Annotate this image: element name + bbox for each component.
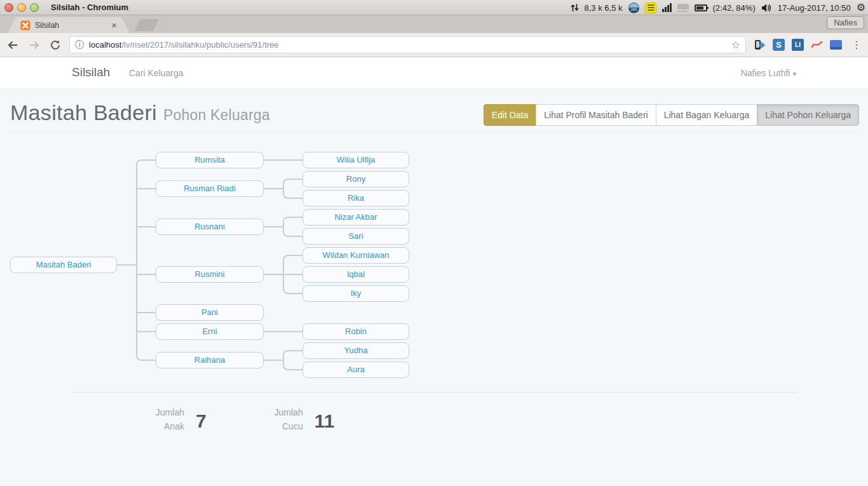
tree-node-yudha[interactable]: Yudha [302, 342, 409, 359]
tree-node-pani[interactable]: Pani [156, 304, 264, 321]
mail-icon[interactable] [677, 4, 689, 12]
user-menu[interactable]: Nafies Luthfi▾ [741, 68, 796, 78]
keyboard-indicator-icon[interactable] [645, 3, 656, 13]
stat-value: 7 [196, 407, 207, 432]
tree-node-iqbal[interactable]: Iqbal [302, 266, 409, 283]
page-info-icon[interactable]: ⓘ [75, 39, 84, 51]
web-page: Silsilah Cari Keluarga Nafies Luthfi▾ Ma… [0, 57, 868, 486]
extensions-row: S LI ⋮ [754, 39, 868, 51]
tree-node-raihana[interactable]: Raihana [156, 352, 264, 368]
site-navbar: Silsilah Cari Keluarga Nafies Luthfi▾ [0, 57, 868, 89]
window-controls [4, 3, 39, 12]
tab-strip: Silsilah × [0, 15, 868, 33]
battery-icon[interactable] [695, 4, 707, 11]
brand-link[interactable]: Silsilah [72, 65, 110, 79]
tree-node-rumsita[interactable]: Rumsita [156, 152, 264, 168]
stats-divider [72, 392, 796, 393]
window-minimize-button[interactable] [17, 3, 26, 12]
page-title: Masitah BaderiPohon Keluarga [10, 100, 270, 125]
window-close-button[interactable] [4, 3, 13, 12]
tree-node-sari[interactable]: Sari [302, 228, 409, 245]
forward-button[interactable] [25, 36, 43, 54]
laravel-extension-icon[interactable] [811, 39, 823, 51]
chevron-down-icon: ▾ [792, 70, 796, 78]
network-arrows-icon[interactable] [571, 3, 579, 12]
stat-value: 11 [315, 407, 335, 432]
tree-node-rusmini[interactable]: Rusmini [156, 266, 264, 283]
new-tab-button[interactable] [135, 19, 159, 31]
address-bar[interactable]: ⓘ localhost/lv/riset/2017/silsilahku/pub… [69, 36, 746, 53]
monitor-indicator-icon[interactable]: 289 [628, 3, 639, 13]
button-lihat-pohon-keluarga[interactable]: Lihat Pohon Keluarga [757, 104, 859, 126]
tree-node-masitah-baderi[interactable]: Masitah Baderi [10, 257, 117, 273]
network-speed-label: 8,3 k 6,5 k [585, 3, 623, 13]
xampp-favicon-icon [20, 20, 31, 30]
button-edit-data[interactable]: Edit Data [484, 104, 537, 126]
system-tray: 8,3 k 6,5 k 289 (2:42, 84%) 17-Aug-2017,… [571, 0, 865, 15]
tab-close-icon[interactable]: × [111, 20, 117, 30]
clock-label: 17-Aug-2017, 10:50 [778, 3, 851, 13]
phone-share-extension-icon[interactable] [754, 39, 766, 51]
tree-node-nizar-akbar[interactable]: Nizar Akbar [302, 209, 409, 226]
stat-jumlah-cucu: JumlahCucu11 [233, 405, 335, 433]
screen: Silsilah - Chromium 8,3 k 6,5 k 289 (2:4… [0, 0, 868, 486]
signal-strength-icon[interactable] [662, 3, 672, 12]
gear-icon[interactable]: ⚙ [857, 1, 865, 15]
window-title: Silsilah - Chromium [51, 0, 128, 15]
browser-menu-icon[interactable]: ⋮ [851, 39, 862, 51]
window-maximize-button[interactable] [30, 3, 39, 12]
tree-node-erni[interactable]: Erni [156, 323, 264, 340]
button-lihat-bagan-keluarga[interactable]: Lihat Bagan Keluarga [656, 104, 758, 126]
tree-node-iky[interactable]: Iky [302, 285, 409, 302]
tree-node-rika[interactable]: Rika [302, 190, 409, 206]
desktop-user-badge: Nafies [827, 17, 864, 29]
tree-node-rusman-riadi[interactable]: Rusman Riadi [156, 180, 264, 197]
stat-label: JumlahAnak [114, 405, 184, 433]
stat-jumlah-anak: JumlahAnak7 [114, 405, 207, 433]
page-header-divider [10, 132, 858, 132]
battery-label: (2:42, 84%) [713, 3, 756, 13]
browser-tab-silsilah[interactable]: Silsilah × [8, 17, 130, 33]
action-button-group: Edit DataLihat Profil Masitah BaderiLiha… [484, 104, 859, 126]
reload-button[interactable] [46, 36, 64, 54]
bookmark-star-icon[interactable]: ☆ [731, 39, 740, 51]
stats: JumlahAnak7JumlahCucu11 [114, 405, 334, 433]
button-lihat-profil-masitah-baderi[interactable]: Lihat Profil Masitah Baderi [536, 104, 656, 126]
tab-title: Silsilah [35, 21, 111, 30]
nav-links: Cari Keluarga [129, 68, 184, 78]
page-subtitle: Pohon Keluarga [163, 107, 270, 123]
browser-toolbar: ⓘ localhost/lv/riset/2017/silsilahku/pub… [0, 33, 868, 57]
tree-node-rony[interactable]: Rony [302, 171, 409, 187]
li-extension-icon[interactable]: LI [792, 39, 804, 51]
tree-node-wilia-ulfija[interactable]: Wilia Ulfija [302, 152, 409, 168]
back-button[interactable] [4, 36, 22, 54]
tree-node-rusnani[interactable]: Rusnani [156, 219, 264, 235]
blue-box-extension-icon[interactable] [830, 40, 842, 50]
s-extension-icon[interactable]: S [773, 39, 785, 51]
url-text: localhost/lv/riset/2017/silsilahku/publi… [89, 40, 278, 50]
tree-node-robin[interactable]: Robin [302, 323, 409, 340]
tree-node-aura[interactable]: Aura [302, 361, 409, 378]
os-top-panel: Silsilah - Chromium 8,3 k 6,5 k 289 (2:4… [0, 0, 868, 15]
stat-label: JumlahCucu [233, 405, 303, 433]
tree-node-wildan-kurniawan[interactable]: Wildan Kurniawan [302, 247, 409, 264]
nav-link-cari-keluarga[interactable]: Cari Keluarga [129, 68, 184, 78]
volume-icon[interactable] [761, 3, 772, 13]
